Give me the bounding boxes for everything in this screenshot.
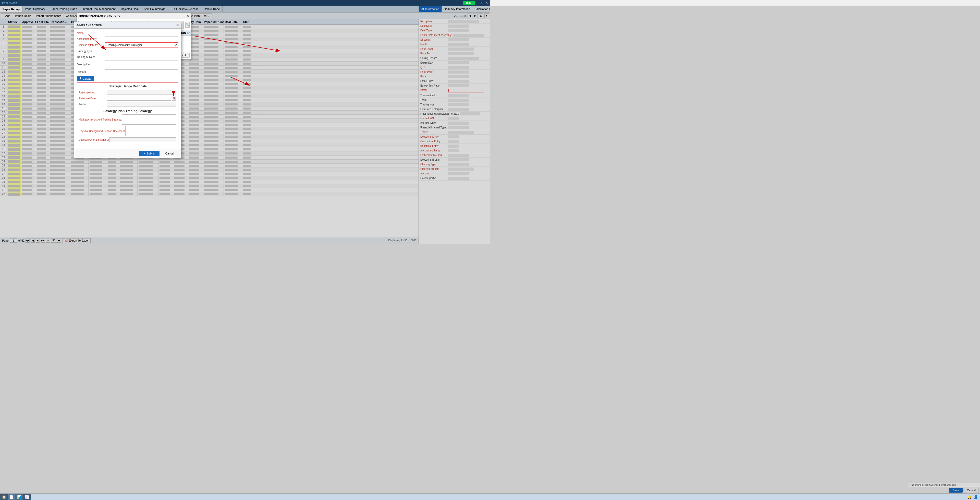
add-transaction-modal: AddTRANSACTION ✕ Name: Accounting Entity… <box>74 22 181 158</box>
add-transaction-title-bar: AddTRANSACTION ✕ <box>74 22 181 29</box>
market-analysis-textarea[interactable] <box>122 114 177 125</box>
upload-icon: ⬆ <box>80 77 82 80</box>
field-business-attribute: Business Attribute: Trading-Commodity (s… <box>77 42 178 48</box>
business-attribute-select[interactable]: Trading-Commodity (strategic) <box>105 42 178 48</box>
add-transaction-body: Name: Accounting Entity: Business Attrib… <box>74 29 181 149</box>
physical-bg-textarea[interactable] <box>125 126 177 136</box>
field-remark: Remark: <box>77 69 178 74</box>
field-name: Name: <box>77 30 178 35</box>
close-btn[interactable]: ✕ <box>485 1 488 5</box>
trading-subject-input[interactable] <box>105 55 178 59</box>
trader-input[interactable] <box>107 102 177 107</box>
description-textarea[interactable] <box>105 61 178 68</box>
rationale-date-field: 📅 <box>107 96 177 101</box>
field-rationale-no: Rationale No.: <box>79 90 177 95</box>
rationale-no-input[interactable] <box>107 90 177 95</box>
book-search-btn[interactable]: 🔍 <box>185 22 189 27</box>
maximize-btn[interactable]: □ <box>482 1 484 5</box>
submit-button[interactable]: ✔ Submit <box>139 151 159 156</box>
hedge-rationale-title: Strategic Hedge Rationale <box>79 85 177 88</box>
field-physical-bg: Physical Background Support Document: <box>79 126 177 136</box>
accounting-entity-input[interactable] <box>105 37 178 41</box>
submit-icon: ✔ <box>143 152 146 155</box>
add-transaction-close-btn[interactable]: ✕ <box>176 23 179 27</box>
book-selector-title: BOOK/TRANSACTION Selector <box>79 14 121 18</box>
strategy-plan-title: Strategy Plan Trading Strategy <box>79 109 177 113</box>
field-rationale-date: Rationale Date: 📅 <box>79 96 177 101</box>
add-transaction-footer: ✔ Submit Cancel <box>74 149 181 158</box>
exposure-alert-input[interactable] <box>110 137 177 142</box>
test-badge: TEST <box>463 1 475 5</box>
hedge-rationale-section: Strategic Hedge Rationale Rationale No.:… <box>77 83 178 145</box>
field-trader: Trader: <box>79 102 177 107</box>
minimize-btn[interactable]: ─ <box>477 1 479 5</box>
title-bar: Paper Deals TEST ─ □ ✕ <box>0 0 490 6</box>
name-input[interactable] <box>105 30 178 35</box>
upload-button[interactable]: ⬆ Upload <box>77 76 94 81</box>
field-strategy-type: Strategy Type: <box>77 49 178 53</box>
field-accounting-entity: Accounting Entity: <box>77 37 178 41</box>
strategy-type-input[interactable] <box>105 49 178 53</box>
remark-input[interactable] <box>105 69 178 74</box>
calendar-icon[interactable]: 📅 <box>172 96 177 101</box>
modal-backdrop <box>0 6 490 250</box>
field-description: Description: <box>77 61 178 68</box>
field-trading-subject: Trading Subject: <box>77 55 178 59</box>
field-exposure-alert: Exposure Alert Limit (BBL): <box>79 137 177 142</box>
rationale-date-input[interactable] <box>107 96 171 101</box>
book-selector-close-btn[interactable]: ✕ <box>186 14 189 18</box>
book-selector-title-bar: BOOK/TRANSACTION Selector ✕ <box>77 13 191 19</box>
app-title: Paper Deals <box>2 1 18 4</box>
field-market-analysis: Market Analysis And Trading Strategy: <box>79 114 177 125</box>
cancel-button[interactable]: Cancel <box>161 151 178 156</box>
